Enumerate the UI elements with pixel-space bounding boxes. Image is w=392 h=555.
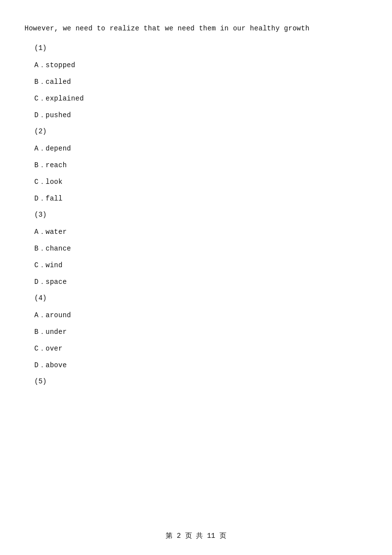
- question-3: (3)A．waterB．chanceC．windD．space: [24, 211, 368, 286]
- question-2: (2)A．dependB．reachC．lookD．fall: [24, 127, 368, 203]
- option-2-1: A．depend: [34, 144, 368, 153]
- option-1-1: A．stopped: [34, 61, 368, 70]
- option-3-4: D．space: [34, 278, 368, 286]
- footer-text: 第 2 页 共 11 页: [166, 532, 226, 540]
- option-3-3: C．wind: [34, 261, 368, 270]
- option-4-3: C．over: [34, 344, 368, 353]
- question-1: (1)A．stoppedB．calledC．explainedD．pushed: [24, 44, 368, 120]
- option-4-1: A．around: [34, 311, 368, 320]
- question-number-5: (5): [34, 378, 368, 385]
- header-text: However, we need to realize that we need…: [24, 25, 368, 32]
- question-number-2: (2): [34, 127, 368, 135]
- option-2-3: C．look: [34, 177, 368, 186]
- option-2-4: D．fall: [34, 194, 368, 203]
- option-4-4: D．above: [34, 361, 368, 370]
- option-3-2: B．chance: [34, 244, 368, 253]
- option-4-2: B．under: [34, 328, 368, 336]
- page-content: However, we need to realize that we need…: [0, 0, 392, 424]
- option-2-2: B．reach: [34, 161, 368, 170]
- question-number-1: (1): [34, 44, 368, 52]
- question-number-3: (3): [34, 211, 368, 219]
- option-1-4: D．pushed: [34, 111, 368, 120]
- option-1-3: C．explained: [34, 94, 368, 103]
- question-number-4: (4): [34, 294, 368, 302]
- option-1-2: B．called: [34, 77, 368, 86]
- question-4: (4)A．aroundB．underC．overD．above: [24, 294, 368, 370]
- questions-container: (1)A．stoppedB．calledC．explainedD．pushed(…: [24, 44, 368, 385]
- question-5: (5): [24, 378, 368, 385]
- option-3-1: A．water: [34, 227, 368, 236]
- page-footer: 第 2 页 共 11 页: [0, 531, 392, 540]
